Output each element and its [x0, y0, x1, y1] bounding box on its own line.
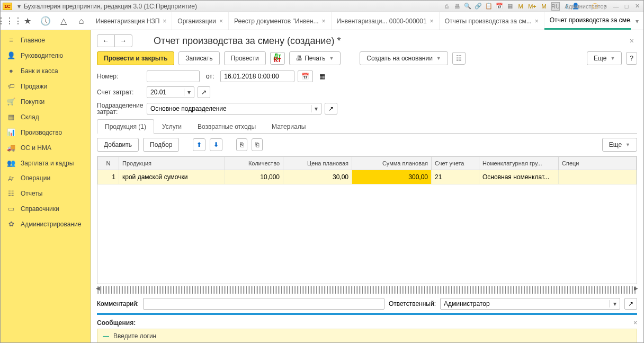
sidebar-item-bank[interactable]: ●Банк и касса: [1, 63, 90, 78]
cell-n[interactable]: 1: [98, 170, 119, 184]
close-icon[interactable]: ×: [219, 17, 223, 25]
cell-prod[interactable]: крой дамской сумочки: [119, 170, 225, 184]
col-sum[interactable]: Сумма плановая: [352, 157, 432, 170]
tab-2[interactable]: Реестр документов "Инвен...×: [229, 12, 332, 30]
open-ref-button[interactable]: ↗: [325, 103, 337, 115]
info-dropdown-icon[interactable]: ▾: [601, 2, 610, 11]
horizontal-scrollbar[interactable]: [97, 286, 637, 294]
sidebar-item-assets[interactable]: 🚚ОС и НМА: [1, 140, 90, 155]
link-icon[interactable]: 🔗: [474, 2, 482, 11]
col-price[interactable]: Цена плановая: [283, 157, 352, 170]
paste-button[interactable]: ⎗: [252, 138, 263, 151]
star-icon[interactable]: ★: [19, 12, 37, 30]
info-icon[interactable]: ⓘ: [591, 2, 599, 11]
col-acct[interactable]: Счет учета: [432, 157, 479, 170]
sidebar-item-salary[interactable]: 👥Зарплата и кадры: [1, 155, 90, 171]
cell-spec[interactable]: [559, 170, 637, 184]
eshe-button[interactable]: Еще▼: [587, 51, 622, 65]
sidebar-item-operations[interactable]: ДтОперации: [1, 171, 90, 186]
table-row[interactable]: 1 крой дамской сумочки 10,000 30,00 300,…: [98, 170, 637, 184]
search-icon[interactable]: 🔍: [463, 2, 472, 11]
sidebar-item-admin[interactable]: ✿Администрирование: [1, 216, 90, 232]
close-icon[interactable]: ×: [535, 17, 539, 25]
subtab-uslugi[interactable]: Услуги: [154, 119, 190, 134]
m2-icon[interactable]: M+: [527, 2, 538, 11]
print2-icon[interactable]: 🖶: [453, 2, 461, 11]
forward-button[interactable]: →: [115, 35, 132, 47]
tab-5-active[interactable]: Отчет производства за сме...×: [544, 12, 631, 30]
cell-acct[interactable]: 21: [432, 170, 479, 184]
sidebar-item-warehouse[interactable]: ▦Склад: [1, 109, 90, 125]
print-icon[interactable]: ⎙: [442, 2, 451, 11]
grid-icon[interactable]: ▦: [506, 2, 514, 11]
sidebar-item-production[interactable]: 📊Производство: [1, 125, 90, 140]
tab-0[interactable]: Инвентаризация НЗП×: [91, 12, 172, 30]
message-text[interactable]: Введите логин: [113, 332, 156, 340]
struct-button[interactable]: ☷: [452, 52, 466, 65]
col-qty[interactable]: Количество: [225, 157, 283, 170]
sozdat-button[interactable]: Создать на основании▼: [360, 51, 448, 65]
nomer-input[interactable]: [147, 71, 200, 82]
move-up-button[interactable]: ⬆: [193, 138, 205, 151]
date-input[interactable]: 16.01.2018 0:00:00: [220, 71, 294, 82]
bell-icon[interactable]: △: [55, 12, 73, 30]
sidebar-item-purchases[interactable]: 🛒Покупки: [1, 94, 90, 109]
close-icon[interactable]: ×: [430, 17, 434, 25]
col-nom[interactable]: Номенклатурная гру...: [479, 157, 559, 170]
subtab-materialy[interactable]: Материалы: [264, 119, 314, 134]
sidebar-item-main[interactable]: ≡Главное: [1, 32, 90, 48]
menu-dropdown-icon[interactable]: ▾: [17, 3, 21, 10]
m1-icon[interactable]: M: [516, 2, 525, 11]
dropdown-icon[interactable]: ▾: [311, 105, 321, 112]
cell-price[interactable]: 30,00: [283, 170, 352, 184]
back-button[interactable]: ←: [97, 35, 115, 47]
dropdown-icon[interactable]: ▾: [610, 300, 620, 307]
apps-icon[interactable]: ⋮⋮⋮: [1, 12, 19, 30]
otvet-input[interactable]: Администратор▾: [440, 298, 620, 310]
schet-input[interactable]: 20.01▾: [147, 86, 194, 98]
provesti-zakryt-button[interactable]: Провести и закрыть: [97, 51, 174, 65]
close-icon[interactable]: ×: [322, 17, 326, 25]
cell-sum[interactable]: 300,00: [352, 170, 432, 184]
help-button[interactable]: ?: [626, 52, 637, 65]
tab-1[interactable]: Организации×: [172, 12, 229, 30]
tab-3[interactable]: Инвентаризаци... 0000-000001×: [332, 12, 440, 30]
close-icon[interactable]: ×: [163, 17, 166, 25]
sidebar-item-manager[interactable]: 👤Руководителю: [1, 48, 90, 63]
comment-input[interactable]: [143, 298, 384, 310]
cell-qty[interactable]: 10,000: [225, 170, 283, 184]
copy-button[interactable]: ⎘: [236, 138, 247, 151]
tabs-more-icon[interactable]: ▾: [631, 17, 643, 25]
calendar-button[interactable]: 📅: [298, 71, 313, 82]
subtab-produkciya[interactable]: Продукция (1): [97, 119, 154, 134]
clipboard-icon[interactable]: 🕔: [37, 12, 55, 30]
messages-close-icon[interactable]: ×: [633, 319, 637, 327]
podbor-button[interactable]: Подбор: [143, 138, 179, 152]
zapisat-button[interactable]: Записать: [178, 51, 219, 65]
provesti-button[interactable]: Провести: [224, 51, 266, 65]
pechat-button[interactable]: 🖶Печать▼: [289, 51, 341, 65]
close-button[interactable]: ✕: [633, 2, 641, 11]
move-down-button[interactable]: ⬇: [210, 138, 222, 151]
sidebar-item-sales[interactable]: 🏷Продажи: [1, 78, 90, 94]
minimize-button[interactable]: —: [612, 2, 620, 11]
podrazd-input[interactable]: Основное подразделение▾: [147, 103, 321, 115]
sidebar-item-reports[interactable]: ☷Отчеты: [1, 186, 90, 201]
open-ref-button[interactable]: ↗: [624, 298, 637, 310]
table-eshe-button[interactable]: Еще▼: [602, 138, 637, 152]
maximize-button[interactable]: □: [622, 2, 631, 11]
col-n[interactable]: N: [98, 157, 119, 170]
col-prod[interactable]: Продукция: [119, 157, 225, 170]
home-icon[interactable]: ⌂: [73, 12, 91, 30]
cell-nom[interactable]: Основная номенклат...: [479, 170, 559, 184]
open-ref-button[interactable]: ↗: [198, 86, 210, 98]
add-button[interactable]: Добавить: [97, 138, 139, 152]
col-spec[interactable]: Специ: [559, 157, 637, 170]
user-label[interactable]: 👤Администратор: [577, 2, 585, 11]
calc-icon[interactable]: 📋: [485, 2, 493, 11]
sidebar-item-catalogs[interactable]: ▭Справочники: [1, 201, 90, 216]
dropdown-icon[interactable]: ▾: [184, 89, 194, 96]
tab-4[interactable]: Отчеты производства за см...×: [440, 12, 544, 30]
subtab-vozvrat[interactable]: Возвратные отходы: [190, 119, 264, 134]
m3-icon[interactable]: M: [540, 2, 548, 11]
